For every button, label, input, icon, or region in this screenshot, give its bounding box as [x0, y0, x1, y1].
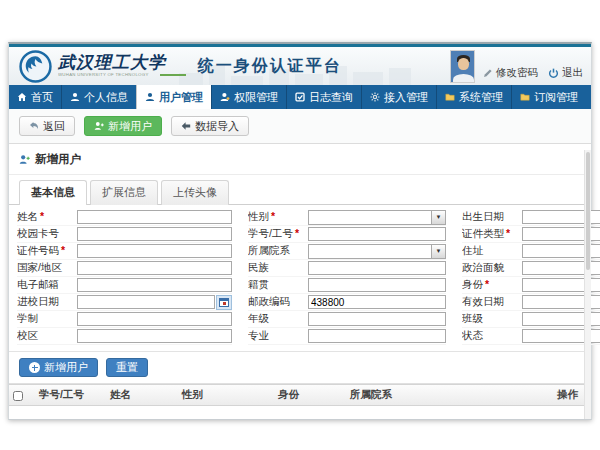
native-place-input[interactable]	[308, 278, 446, 292]
major-field: 专业	[248, 328, 446, 345]
logout-link[interactable]: 退出	[548, 66, 583, 80]
home-icon	[17, 92, 27, 102]
nav-tab-user-management[interactable]: 用户管理	[136, 85, 211, 109]
col-department: 所属院系	[346, 385, 553, 406]
user-key-icon	[220, 92, 230, 102]
calendar-button[interactable]	[216, 295, 232, 310]
required-mark: *	[61, 244, 65, 256]
department-field: 所属院系▼	[248, 243, 446, 260]
left-arrow-icon	[181, 121, 191, 131]
form-actions: 新增用户 重置	[9, 352, 591, 384]
user-plus-icon	[19, 154, 30, 165]
tab-upload-avatar[interactable]: 上传头像	[161, 180, 229, 205]
address-field: 住址	[462, 243, 600, 260]
id-number-field: 证件号码*	[17, 243, 232, 260]
platform-title: 统一身份认证平台	[198, 56, 342, 77]
enrollment-date-field: 进校日期	[17, 294, 232, 311]
gender-select[interactable]: ▼	[308, 210, 446, 225]
university-name-en: WUHAN UNIVERSITY OF TECHNOLOGY	[58, 72, 149, 76]
masthead: 武汉理工大学 WUHAN UNIVERSITY OF TECHNOLOGY 统一…	[9, 44, 591, 85]
log-check-icon	[295, 92, 305, 102]
submit-add-user-button[interactable]: 新增用户	[19, 358, 98, 377]
circle-plus-icon	[29, 362, 40, 373]
status-field: 状态	[462, 328, 600, 345]
id-number-input[interactable]	[77, 244, 232, 258]
nav-tab-log-query[interactable]: 日志查询	[286, 85, 361, 109]
required-mark: *	[40, 210, 44, 222]
nav-tab-personal-info[interactable]: 个人信息	[61, 85, 136, 109]
user-table: 学号/工号 姓名 性别 身份 所属院系 操作	[9, 384, 591, 419]
app-window: 武汉理工大学 WUHAN UNIVERSITY OF TECHNOLOGY 统一…	[8, 42, 592, 420]
folder-icon	[520, 92, 530, 102]
email-input[interactable]	[77, 278, 232, 292]
toolbar: 返回 新增用户 数据导入	[9, 109, 591, 144]
native-place-field: 籍贯	[248, 277, 446, 294]
page: 武汉理工大学 WUHAN UNIVERSITY OF TECHNOLOGY 统一…	[0, 0, 600, 450]
department-select[interactable]: ▼	[308, 244, 446, 259]
required-mark: *	[295, 227, 299, 239]
grade-input[interactable]	[308, 312, 446, 326]
chevron-down-icon: ▼	[431, 245, 445, 258]
class-field: 班级	[462, 311, 600, 328]
change-password-link[interactable]: 修改密码	[483, 66, 538, 80]
tab-basic-info[interactable]: 基本信息	[19, 180, 87, 205]
nav-tab-subscription-management[interactable]: 订阅管理	[511, 85, 586, 109]
calendar-icon	[219, 298, 229, 307]
campus-card-input[interactable]	[77, 227, 232, 241]
form-tabs: 基本信息 扩展信息 上传头像	[9, 175, 591, 205]
nav-tab-system-management[interactable]: 系统管理	[436, 85, 511, 109]
reset-button[interactable]: 重置	[106, 358, 148, 377]
nav-tab-permission-management[interactable]: 权限管理	[211, 85, 286, 109]
ethnicity-input[interactable]	[308, 261, 446, 275]
data-import-button[interactable]: 数据导入	[171, 116, 249, 136]
student-id-field: 学号/工号*	[248, 226, 446, 243]
student-id-input[interactable]	[308, 227, 446, 241]
power-icon	[548, 68, 559, 79]
schooling-length-field: 学制	[17, 311, 232, 328]
user-avatar[interactable]	[450, 50, 475, 83]
gender-field: 性别*▼	[248, 209, 446, 226]
section-title: 新增用户	[35, 152, 81, 167]
green-underline-decoration	[160, 74, 186, 76]
schooling-length-input[interactable]	[77, 312, 232, 326]
back-button[interactable]: 返回	[19, 116, 75, 136]
required-mark: *	[271, 210, 275, 222]
campus-input[interactable]	[77, 329, 232, 343]
valid-date-field: 有效日期	[462, 294, 600, 311]
nav-tab-home[interactable]: 首页	[9, 85, 61, 109]
country-region-field: 国家/地区	[17, 260, 232, 277]
basic-info-form: 姓名* 性别*▼ 出生日期 校园卡号 学号/工号* 证件类型* 证件号码* 所属…	[9, 205, 591, 352]
user-icon	[70, 92, 80, 102]
add-user-panel: 新增用户 基本信息 扩展信息 上传头像 姓名* 性别*▼ 出生日期 校园卡号 学…	[9, 144, 591, 419]
gear-icon	[370, 92, 380, 102]
country-region-input[interactable]	[77, 261, 232, 275]
required-mark: *	[506, 227, 510, 239]
pencil-icon	[483, 68, 493, 78]
tab-extended-info[interactable]: 扩展信息	[90, 180, 158, 205]
identity-field: 身份*	[462, 277, 600, 294]
back-arrow-icon	[29, 121, 39, 131]
university-logo-icon	[19, 50, 52, 83]
name-input[interactable]	[77, 210, 232, 224]
major-input[interactable]	[308, 329, 446, 343]
name-field: 姓名*	[17, 209, 232, 226]
vertical-scrollbar[interactable]	[584, 150, 591, 419]
email-field: 电子邮箱	[17, 277, 232, 294]
university-name: 武汉理工大学	[58, 54, 186, 71]
required-mark: *	[485, 278, 489, 290]
nav-tab-access-management[interactable]: 接入管理	[361, 85, 436, 109]
user-icon	[145, 92, 155, 102]
add-user-button[interactable]: 新增用户	[84, 116, 162, 136]
enrollment-date-input[interactable]	[77, 295, 215, 309]
select-all-checkbox[interactable]	[13, 391, 23, 401]
user-plus-icon	[94, 121, 104, 131]
col-student-id: 学号/工号	[35, 385, 106, 406]
campus-field: 校区	[17, 328, 232, 345]
political-status-field: 政治面貌	[462, 260, 600, 277]
postal-code-input[interactable]	[308, 295, 446, 309]
birth-date-field: 出生日期	[462, 209, 600, 226]
ethnicity-field: 民族	[248, 260, 446, 277]
scrollbar-thumb[interactable]	[586, 152, 590, 270]
university-name-block: 武汉理工大学 WUHAN UNIVERSITY OF TECHNOLOGY	[58, 54, 186, 78]
grade-field: 年级	[248, 311, 446, 328]
